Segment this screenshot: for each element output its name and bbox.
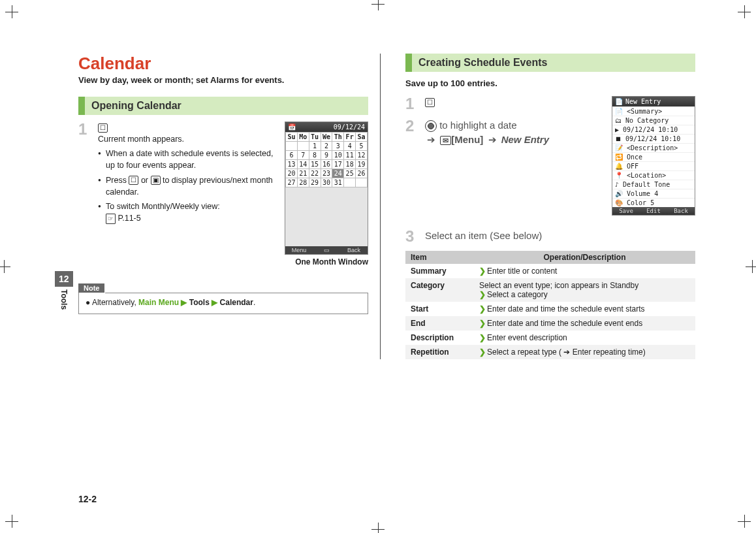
softkey-center: ▭ xyxy=(313,246,340,254)
softkey-menu: Menu xyxy=(285,246,313,254)
page-title: Calendar xyxy=(78,54,368,74)
main-menu-link: Main Menu xyxy=(138,298,179,307)
doc-icon: 📄 xyxy=(615,98,623,105)
section-opening-calendar: Opening Calendar xyxy=(78,97,368,115)
table-row: End❯Enter date and time the schedule eve… xyxy=(405,316,695,331)
mail-key-icon: ✉ xyxy=(440,136,451,145)
chapter-name: Tools xyxy=(59,287,69,310)
page-subtitle: View by day, week or month; set Alarms f… xyxy=(78,75,368,85)
note-label: Note xyxy=(78,283,104,293)
calendar-screenshot: 📅09/12/24 Su Mo Tu We Th Fr Sa 12345 678 xyxy=(285,121,368,255)
bullet: When a date with schedule events is sele… xyxy=(98,148,278,171)
bullet: To switch Monthly/Weekly view: ☞ P.11-5 xyxy=(98,201,278,225)
table-row: CategorySelect an event type; icon appea… xyxy=(405,278,695,302)
step3-text: Select an item (See below) xyxy=(425,229,695,244)
step-number: 1 xyxy=(78,121,91,224)
operations-table: Item Operation/Description Summary❯Enter… xyxy=(405,251,695,359)
key-icon: ☐ xyxy=(425,98,435,107)
note-box: Note ● Alternatively, Main Menu ▶ Tools … xyxy=(78,293,368,314)
chapter-number: 12 xyxy=(55,271,73,287)
table-header-item: Item xyxy=(405,251,474,264)
section-creating-events: Creating Schedule Events xyxy=(405,54,695,72)
pointer-icon: ☞ xyxy=(106,214,116,225)
camera-icon: ▣ xyxy=(151,176,161,185)
step-number: 2 xyxy=(405,118,418,147)
softkey-back: Back xyxy=(340,246,368,254)
step1-line: Current month appears. xyxy=(98,133,278,145)
bullet: Press ☐ or ▣ to display previous/next mo… xyxy=(98,174,278,198)
softkey-edit: Edit xyxy=(640,207,667,215)
new-entry-screenshot: 📄New Entry 📄 <Summary> 🗂 No Category ▶ 0… xyxy=(612,96,695,216)
table-row: Description❯Enter event description xyxy=(405,331,695,345)
table-header-desc: Operation/Description xyxy=(474,251,695,264)
dpad-icon xyxy=(425,120,437,132)
page-number: 12-2 xyxy=(78,494,97,504)
table-row: Start❯Enter date and time the schedule e… xyxy=(405,302,695,316)
softkey-back: Back xyxy=(667,207,695,215)
step-number: 3 xyxy=(405,229,418,244)
cal-icon: 📅 xyxy=(288,123,296,131)
side-tab: 12 Tools xyxy=(55,271,73,310)
key-icon: ☐ xyxy=(98,123,108,133)
lead-text: Save up to 100 entries. xyxy=(405,78,695,88)
table-row: Summary❯Enter title or content xyxy=(405,264,695,278)
softkey-save: Save xyxy=(612,207,640,215)
step-number: 1 xyxy=(405,96,418,112)
key-icon: ☐ xyxy=(129,176,138,185)
screenshot-caption: One Month Window xyxy=(285,257,368,266)
table-row: Repetition❯Select a repeat type ( ➔ Ente… xyxy=(405,345,695,359)
